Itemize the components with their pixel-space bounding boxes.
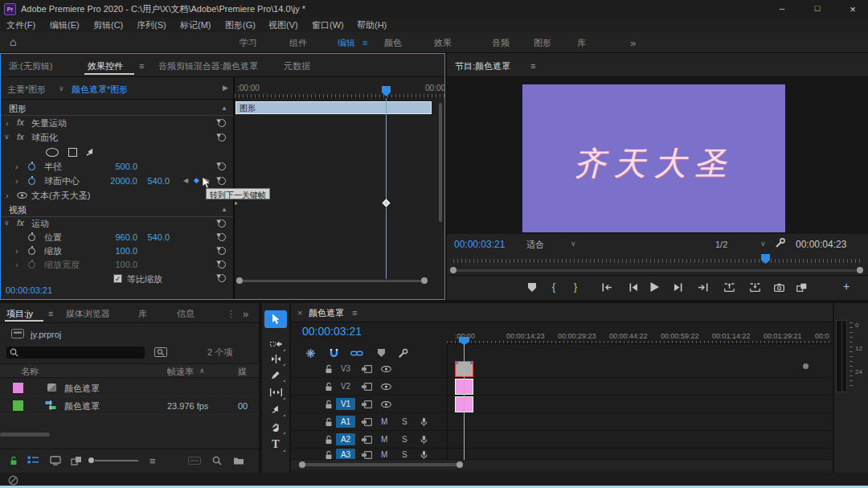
workspace-overflow-icon[interactable]: »	[630, 38, 636, 48]
sort-ascending-icon[interactable]: ∧	[199, 367, 205, 375]
track-name-v2[interactable]: V2	[336, 380, 355, 392]
go-to-out-button[interactable]	[698, 283, 708, 292]
reset-button[interactable]	[216, 259, 227, 270]
scrollbar-handle-left[interactable]	[236, 277, 243, 284]
workspace-tab-color[interactable]: 颜色	[384, 39, 402, 47]
voiceover-mic-icon[interactable]	[420, 450, 428, 460]
track-name-a1[interactable]: A1	[336, 416, 355, 428]
collapse-open-icon[interactable]: ∨	[4, 219, 10, 227]
workspace-tab-graphics[interactable]: 图形	[534, 39, 551, 47]
effect-timeline-ruler[interactable]: :00:00 00:00	[235, 77, 444, 98]
video-frame[interactable]: 齐天大圣	[522, 84, 785, 232]
slip-tool[interactable]	[264, 383, 287, 401]
sync-status-icon[interactable]	[8, 475, 18, 486]
overflow-icon[interactable]: »	[243, 309, 248, 319]
expand-icon[interactable]: ›	[15, 247, 18, 256]
extract-button[interactable]	[750, 283, 760, 292]
add-marker-button[interactable]	[528, 283, 536, 292]
menu-edit[interactable]: 编辑(E)	[50, 21, 80, 30]
timeline-settings-wrench-icon[interactable]	[398, 348, 408, 359]
program-tab[interactable]: 节目:颜色遮罩	[455, 62, 510, 71]
scrollbar-handle-left[interactable]	[450, 267, 457, 273]
effect-vertical-scrollbar[interactable]	[439, 103, 442, 222]
minimize-button[interactable]: –	[770, 4, 794, 13]
ripple-edit-tool[interactable]	[264, 350, 287, 367]
nest-toggle-icon[interactable]	[305, 348, 316, 359]
keyframe-diamond[interactable]	[383, 199, 391, 207]
button-editor-button[interactable]: +	[843, 281, 850, 292]
param-value-y[interactable]: 540.0	[139, 177, 170, 186]
chevron-down-icon[interactable]: ∨	[760, 240, 766, 248]
close-tab-icon[interactable]: ×	[297, 309, 302, 318]
clip-duration-bar[interactable]: 图形	[235, 101, 432, 114]
param-row-radius[interactable]: › 半径 500.0	[1, 160, 234, 174]
comparison-view-button[interactable]	[796, 283, 807, 292]
label-color-swatch[interactable]	[13, 400, 23, 411]
collapse-icon[interactable]: ▲	[221, 207, 227, 213]
menu-graphics[interactable]: 图形(G)	[225, 21, 256, 30]
column-framerate[interactable]: 帧速率	[167, 367, 194, 376]
add-keyframe-button[interactable]: ◆	[194, 177, 199, 184]
icon-view-button[interactable]	[50, 456, 61, 465]
effect-playhead-line[interactable]	[386, 98, 387, 279]
meter-bars[interactable]	[836, 320, 847, 392]
scrollbar-handle-left[interactable]	[299, 461, 305, 468]
track-lock-icon[interactable]	[325, 417, 333, 427]
program-current-timecode[interactable]: 00:00:03:21	[454, 240, 505, 249]
tab-metadata[interactable]: 元数据	[284, 62, 310, 71]
menu-window[interactable]: 窗口(W)	[312, 21, 344, 30]
track-name-a3[interactable]: A3	[336, 449, 355, 460]
new-bin-button[interactable]	[233, 456, 244, 465]
reset-button[interactable]	[216, 273, 227, 284]
workspace-tab-learning[interactable]: 学习	[240, 39, 257, 47]
track-name-a2[interactable]: A2	[336, 433, 355, 445]
param-row-scale[interactable]: › 缩放 100.0	[1, 244, 234, 258]
eye-icon[interactable]	[17, 192, 27, 199]
reset-button[interactable]	[216, 117, 227, 129]
razor-tool[interactable]	[264, 366, 287, 383]
stopwatch-icon[interactable]	[28, 234, 35, 241]
menu-clip[interactable]: 剪辑(C)	[93, 21, 123, 30]
param-value-y[interactable]: 540.0	[139, 233, 170, 242]
project-file-row[interactable]: jy.prproj	[0, 326, 259, 342]
project-row-sequence[interactable]: 颜色遮罩 23.976 fps 00	[0, 397, 259, 415]
solo-button[interactable]: S	[402, 436, 407, 444]
settings-wrench-icon[interactable]	[775, 237, 786, 248]
automate-to-sequence-icon[interactable]	[188, 457, 201, 465]
mute-button[interactable]: M	[381, 451, 387, 459]
mute-button[interactable]: M	[381, 436, 387, 444]
lift-button[interactable]	[724, 283, 735, 292]
zoom-slider[interactable]	[88, 457, 138, 464]
track-name-v1[interactable]: V1	[336, 398, 355, 410]
project-hscrollbar[interactable]	[0, 433, 50, 437]
find-in-bin-icon[interactable]	[154, 346, 167, 357]
timeline-playhead-line[interactable]	[464, 344, 465, 460]
workspace-tab-assembly[interactable]: 组件	[289, 39, 307, 47]
search-input[interactable]	[21, 347, 141, 359]
project-row-matte[interactable]: 颜色遮罩	[0, 379, 259, 397]
program-time-ruler[interactable]	[453, 259, 862, 263]
type-tool[interactable]: T	[264, 436, 287, 453]
go-to-in-button[interactable]	[602, 283, 612, 292]
menu-view[interactable]: 视图(V)	[268, 21, 298, 30]
workspace-menu-icon[interactable]: ≡	[362, 39, 367, 47]
param-row-uniform-scale[interactable]: ✓ 等比缩放	[1, 272, 234, 285]
hand-tool[interactable]	[264, 418, 287, 436]
solo-button[interactable]: S	[402, 418, 407, 426]
expand-icon[interactable]: ›	[15, 260, 18, 269]
panel-menu-icon[interactable]: ≡	[48, 310, 53, 318]
expand-icon[interactable]: ›	[15, 177, 18, 186]
workspace-tab-editing[interactable]: 编辑	[338, 39, 355, 47]
reset-button[interactable]	[216, 218, 227, 229]
mark-in-button[interactable]: {	[552, 282, 555, 292]
param-value-x[interactable]: 2000.0	[104, 177, 137, 186]
track-name-v3[interactable]: V3	[336, 363, 355, 375]
pen-mask-icon[interactable]	[84, 146, 96, 159]
section-row-graphics[interactable]: 图形 ▲	[1, 102, 234, 116]
menu-sequence[interactable]: 序列(S)	[137, 21, 166, 30]
home-icon[interactable]: ⌂	[10, 36, 16, 47]
more-panels-icon[interactable]: ⋮	[227, 310, 235, 318]
mark-out-button[interactable]: }	[574, 282, 577, 292]
menu-help[interactable]: 帮助(H)	[357, 21, 387, 30]
ellipse-mask-icon[interactable]	[46, 148, 59, 157]
